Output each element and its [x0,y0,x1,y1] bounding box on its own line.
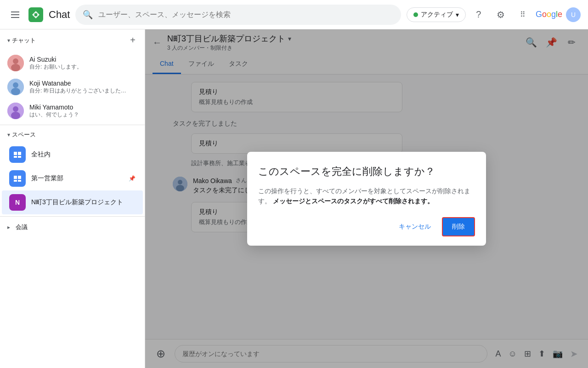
avatar-ai-suzuki [7,55,24,71]
search-input[interactable] [98,11,393,19]
svg-point-6 [13,82,18,88]
chat-info-koji-watanabe: Koji Watanabe 自分: 昨日はありがとうございました… [29,80,137,95]
brand-logo-icon [28,7,43,22]
sidebar: ▾ チャット + Ai Suzuki 自分: お願いします。 Koji Wata… [0,29,145,368]
svg-rect-14 [18,156,21,158]
chat-name: Koji Watanabe [29,80,137,87]
svg-point-7 [11,88,20,95]
main-layout: ▾ チャット + Ai Suzuki 自分: お願いします。 Koji Wata… [0,29,588,368]
delete-space-modal: このスペースを完全に削除しますか？ この操作を行うと、すべてのメンバーを対象とし… [247,152,486,246]
space-item-daiichi[interactable]: 第一営業部 📌 [2,167,143,190]
chats-section-header[interactable]: ▾ チャット + [0,29,145,51]
svg-rect-12 [18,152,21,155]
cancel-button[interactable]: キャンセル [391,218,438,236]
status-chevron-icon: ▾ [456,11,459,18]
add-chat-button[interactable]: + [128,33,137,47]
svg-point-4 [11,64,20,71]
chat-info-ai-suzuki: Ai Suzuki 自分: お願いします。 [29,56,137,71]
chat-name: Miki Yamamoto [29,104,137,111]
chat-item-koji-watanabe[interactable]: Koji Watanabe 自分: 昨日はありがとうございました… [0,75,145,99]
pin-icon: 📌 [129,175,136,182]
modal-overlay: このスペースを完全に削除しますか？ この操作を行うと、すべてのメンバーを対象とし… [145,29,588,368]
status-label: アクティブ [421,11,453,19]
svg-rect-18 [18,180,21,182]
apps-button[interactable]: ⠿ [514,6,532,24]
chat-preview: 自分: お願いします。 [29,63,137,71]
chat-item-miki-yamamoto[interactable]: Miki Yamamoto はい、何でしょう？ [0,99,145,123]
chat-name: Ai Suzuki [29,56,137,63]
search-icon: 🔍 [83,10,93,20]
chat-preview: 自分: 昨日はありがとうございました… [29,87,137,95]
space-name: 第一営業部 [31,174,123,183]
space-icon-n: N [9,194,26,211]
chat-info-miki-yamamoto: Miki Yamamoto はい、何でしょう？ [29,104,137,119]
avatar-koji-watanabe [7,79,24,95]
svg-rect-13 [14,156,17,158]
status-indicator [413,12,418,17]
chats-collapse-icon: ▾ [7,37,10,44]
status-button[interactable]: アクティブ ▾ [407,7,466,22]
modal-body: この操作を行うと、すべてのメンバーを対象としてスペースが削除されます。 メッセー… [258,186,475,207]
space-item-zensha[interactable]: 全社内 [2,143,143,167]
space-icon-daiichi [9,170,26,187]
modal-actions: キャンセル 削除 [258,217,475,236]
app-title: Chat [49,9,70,21]
spaces-section-title: ▾ スペース [7,131,36,139]
help-icon: ? [476,9,481,20]
meetings-collapse-icon: ▸ [7,224,10,230]
search-bar[interactable]: 🔍 [75,5,401,25]
google-logo: Google [536,10,562,19]
delete-button[interactable]: 削除 [442,217,475,236]
top-header: Chat 🔍 アクティブ ▾ ? ⚙ ⠿ Google U [0,0,588,29]
space-name: 全社内 [31,150,136,159]
svg-rect-16 [18,176,21,179]
modal-title: このスペースを完全に削除しますか？ [258,165,475,178]
content-area: ← N町3丁目ビル新築プロジェクト ▾ 3 人のメンバー・制限付き 🔍 [145,29,588,368]
svg-rect-17 [14,180,17,182]
sidebar-divider-2 [0,216,145,217]
header-right: アクティブ ▾ ? ⚙ ⠿ Google U [407,6,581,24]
meetings-section-title: 会議 [16,223,28,231]
svg-point-9 [13,106,18,112]
svg-rect-15 [14,176,17,179]
avatar-miki-yamamoto [7,103,24,119]
sidebar-divider [0,125,145,125]
apps-grid-icon: ⠿ [520,10,526,19]
settings-button[interactable]: ⚙ [492,6,510,24]
svg-rect-1 [34,13,37,16]
svg-point-3 [13,58,18,64]
space-name: N町3丁目ビル新築プロジェクト [31,198,136,207]
meetings-section[interactable]: ▸ 会議 [0,218,145,236]
space-item-n-cho[interactable]: N N町3丁目ビル新築プロジェクト [2,190,143,214]
chats-section-title: ▾ チャット [7,36,36,45]
modal-body-bold: メッセージとスペースのタスクがすべて削除されます。 [273,197,434,205]
spaces-section-header[interactable]: ▾ スペース [0,127,145,143]
chat-item-ai-suzuki[interactable]: Ai Suzuki 自分: お願いします。 [0,51,145,75]
help-button[interactable]: ? [469,6,488,24]
settings-icon: ⚙ [497,9,505,20]
svg-point-10 [11,112,20,119]
chat-preview: はい、何でしょう？ [29,111,137,119]
user-avatar[interactable]: U [566,7,581,22]
svg-rect-11 [14,152,17,155]
hamburger-menu[interactable] [7,8,23,22]
spaces-collapse-icon: ▾ [7,132,10,138]
space-icon-zensha [9,146,26,163]
